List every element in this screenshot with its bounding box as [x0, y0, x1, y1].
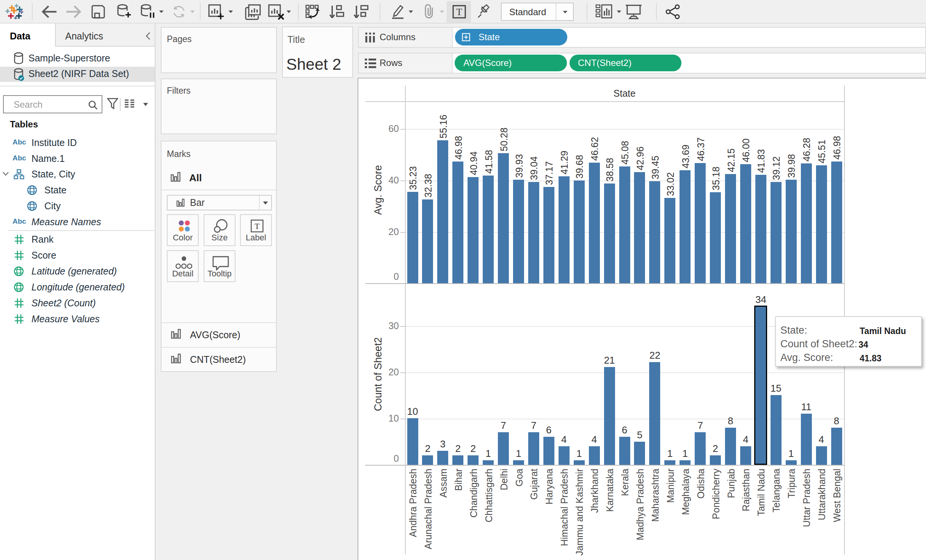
svg-text:T: T: [254, 221, 260, 231]
svg-text:T: T: [456, 6, 462, 17]
